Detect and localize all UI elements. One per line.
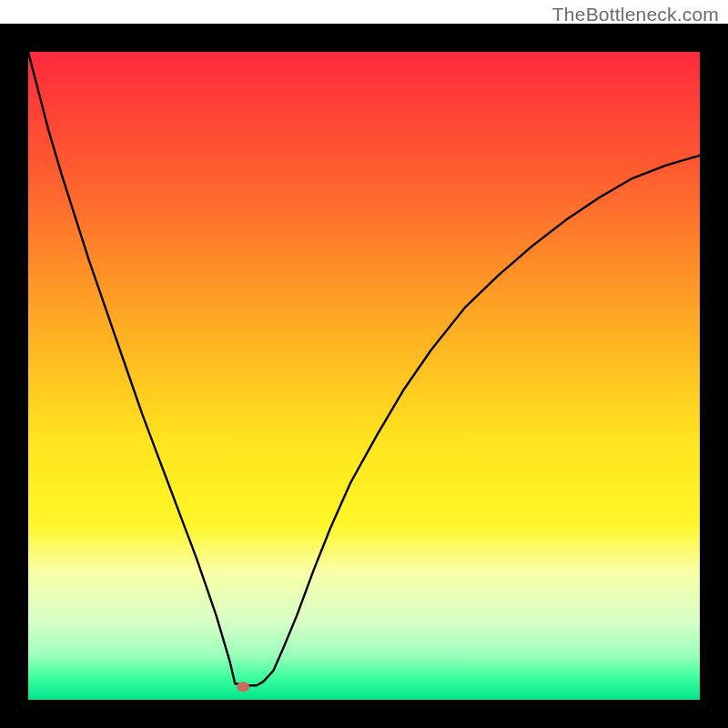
bottleneck-chart bbox=[0, 0, 728, 728]
watermark-text: TheBottleneck.com bbox=[552, 4, 719, 25]
chart-stage: TheBottleneck.com bbox=[0, 0, 728, 728]
optimal-point-marker bbox=[237, 682, 249, 692]
